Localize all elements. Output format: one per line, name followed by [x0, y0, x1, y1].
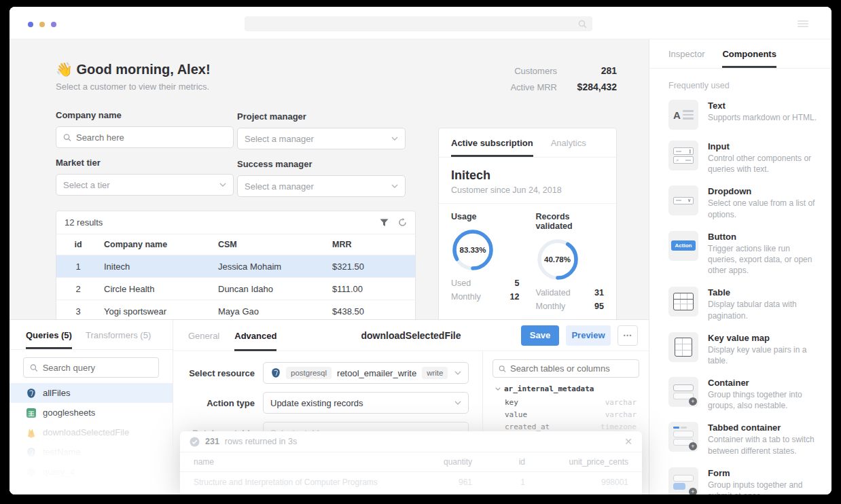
- company-name-search-input[interactable]: [56, 126, 234, 148]
- window-dot-1[interactable]: [28, 22, 33, 27]
- tabbed-container-component-icon: +: [668, 422, 698, 452]
- more-options-button[interactable]: ⋯: [618, 325, 638, 346]
- component-item-container[interactable]: + Container Group things together into g…: [649, 372, 831, 416]
- col-csm[interactable]: CSM: [214, 240, 328, 249]
- search-icon: [578, 20, 587, 29]
- schema-search-field[interactable]: [510, 363, 633, 374]
- col-id[interactable]: id: [56, 240, 100, 249]
- filter-success-manager: Success manager Select a manager: [237, 159, 406, 197]
- component-name: Table: [708, 287, 818, 298]
- query-item-query4[interactable]: query_4: [10, 462, 173, 482]
- query-item-allfiles[interactable]: allFiles: [10, 383, 173, 403]
- query-name: downloadSelectedFile: [43, 427, 129, 437]
- resource-row: Select resource postgresql retool_emaile…: [173, 362, 482, 384]
- tab-general[interactable]: General: [188, 320, 219, 351]
- top-search-input[interactable]: [245, 16, 592, 31]
- cell-mrr: $111.00: [328, 284, 415, 294]
- filter-market-tier: Market tier Select a tier: [56, 158, 234, 196]
- close-icon[interactable]: ✕: [624, 436, 632, 447]
- table-header: id Company name CSM MRR: [56, 234, 415, 255]
- tab-advanced[interactable]: Advanced: [234, 320, 276, 351]
- gauge-row-value: 95: [594, 302, 604, 311]
- market-tier-label: Market tier: [56, 158, 234, 168]
- results-toast-header: 231 rows returned in 3s ✕: [180, 431, 642, 452]
- component-desc: Group inputs together and submit at once…: [708, 480, 818, 494]
- table-row[interactable]: 3 Yogi sportswear Maya Gao $438.50: [56, 300, 415, 319]
- schema-column[interactable]: keyvarchar: [495, 396, 637, 408]
- save-button[interactable]: Save: [521, 325, 559, 346]
- query-item-googlesheets[interactable]: googlesheets: [10, 403, 173, 422]
- schema-column[interactable]: valuevarchar: [495, 408, 637, 420]
- component-item-key-value-map[interactable]: Key value map Display key value pairs in…: [649, 327, 831, 372]
- schema-search-input[interactable]: [493, 359, 639, 378]
- gauge-title: Records validated: [536, 212, 605, 231]
- resource-label: Select resource: [173, 368, 263, 378]
- gauge-row-value: 31: [594, 288, 604, 298]
- action-type-label: Action type: [173, 398, 263, 408]
- success-manager-select[interactable]: Select a manager: [237, 175, 406, 197]
- component-item-text[interactable]: A Text Supports markdown or HTML.: [649, 94, 831, 135]
- component-desc: Supports markdown or HTML.: [708, 112, 817, 123]
- query-search-field[interactable]: [43, 363, 152, 373]
- customer-card-tabs: Active subscription Analytics: [439, 128, 616, 158]
- component-item-table[interactable]: Table Display tabular data with paginati…: [649, 281, 831, 326]
- column-name: created_at: [505, 422, 550, 431]
- select-value: Select a tier: [63, 180, 110, 190]
- stat-label: Customers: [514, 66, 557, 76]
- tab-active-subscription[interactable]: Active subscription: [451, 128, 533, 157]
- tab-transformers[interactable]: Transformers (5): [86, 320, 151, 349]
- hamburger-menu-icon[interactable]: [798, 19, 808, 29]
- query-item-downloadselectedfile[interactable]: downloadSelectedFile: [10, 422, 173, 442]
- greeting-subtitle: Select a customer to view their metrics.: [56, 82, 209, 92]
- refresh-icon[interactable]: [398, 218, 407, 227]
- results-columns: name quantity id unit_price_cents: [180, 452, 642, 472]
- table-row[interactable]: 1 Initech Jessica Mohaim $321.50: [56, 255, 415, 278]
- col-company[interactable]: Company name: [100, 240, 214, 249]
- preview-button[interactable]: Preview: [566, 325, 611, 346]
- gauge-row: Validated 31: [536, 288, 605, 298]
- query-search-input[interactable]: [23, 357, 159, 378]
- results-count: 12 results: [65, 217, 103, 228]
- dropdown-component-icon: ∨: [668, 185, 698, 215]
- tab-queries[interactable]: Queries (5): [26, 320, 72, 349]
- resource-select[interactable]: postgresql retool_emailer_write write: [263, 362, 469, 384]
- schema-table-node[interactable]: ar_internal_metadata: [495, 384, 637, 393]
- project-manager-select[interactable]: Select a manager: [237, 128, 406, 149]
- col-mrr[interactable]: MRR: [328, 240, 415, 249]
- window-dot-2[interactable]: [39, 22, 45, 27]
- col-quantity[interactable]: quantity: [404, 457, 472, 467]
- company-name-input[interactable]: [76, 132, 226, 143]
- market-tier-select[interactable]: Select a tier: [56, 174, 234, 196]
- query-item-testname[interactable]: testName: [10, 442, 173, 462]
- query-name: testName: [43, 447, 81, 457]
- rows-message: rows returned in 3s: [225, 437, 297, 446]
- action-type-select[interactable]: Update existing records: [263, 392, 469, 414]
- column-type: timezone: [601, 422, 637, 431]
- usage-gauge: Usage 83.33% Used 5: [451, 212, 520, 311]
- tab-analytics[interactable]: Analytics: [551, 128, 586, 157]
- filter-icon[interactable]: [380, 219, 389, 227]
- google-sheets-icon: [26, 408, 37, 418]
- chevron-down-icon: [391, 137, 398, 141]
- col-unit-price[interactable]: unit_price_cents: [525, 457, 628, 467]
- component-item-dropdown[interactable]: ∨ Dropdown Select one value from a list …: [649, 180, 831, 225]
- window-dot-3[interactable]: [51, 22, 56, 27]
- table-row[interactable]: 2 Circle Health Duncan Idaho $111.00: [56, 278, 415, 300]
- component-item-form[interactable]: + Form Group inputs together and submit …: [649, 462, 831, 494]
- col-name[interactable]: name: [194, 457, 404, 467]
- gauge-row: Monthly 12: [451, 292, 520, 302]
- col-id[interactable]: id: [472, 457, 525, 467]
- tab-inspector[interactable]: Inspector: [668, 39, 704, 68]
- cell-mrr: $438.50: [328, 306, 415, 317]
- gauge-row: Used 5: [451, 278, 520, 288]
- component-name: Tabbed container: [708, 422, 818, 433]
- results-row[interactable]: Structure and Interpretation of Computer…: [180, 472, 642, 492]
- tab-components[interactable]: Components: [722, 39, 776, 68]
- component-item-tabbed-container[interactable]: + Tabbed container Container with a tab …: [649, 416, 831, 461]
- component-item-input[interactable]: I⌕ Input Control other components or que…: [649, 135, 831, 180]
- gauge-row-value: 5: [515, 278, 520, 288]
- query-results-toast: 231 rows returned in 3s ✕ name quantity …: [180, 431, 642, 494]
- stats-block: Customers 281 Active MRR $284,432: [510, 65, 617, 98]
- component-item-button[interactable]: Action Button Trigger actions like run q…: [649, 226, 831, 282]
- app-canvas: 👋 Good morning, Alex! Select a customer …: [10, 39, 649, 319]
